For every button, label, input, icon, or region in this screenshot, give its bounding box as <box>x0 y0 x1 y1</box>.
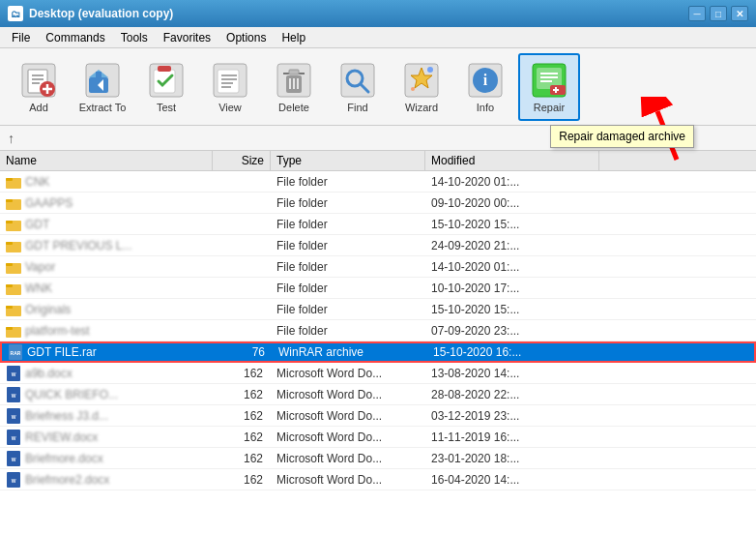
table-row[interactable]: CNK File folder 14-10-2020 01:... <box>0 171 756 193</box>
table-row[interactable]: GDT PREVIOUS L... File folder 24-09-2020… <box>0 235 756 256</box>
column-size-header[interactable]: Size <box>213 151 271 170</box>
toolbar-repair-button[interactable]: Repair Repair damaged archive <box>518 53 580 121</box>
file-name-cell: GDT PREVIOUS L... <box>0 236 213 255</box>
table-row[interactable]: W Briefmore.docx 162 Microsoft Word Do..… <box>0 448 756 469</box>
file-name-cell: GDT <box>0 215 213 234</box>
table-row[interactable]: GAAPPS File folder 09-10-2020 00:... <box>0 193 756 214</box>
file-name-cell: W REVIEW.docx <box>0 428 213 447</box>
menu-favorites[interactable]: Favorites <box>156 29 218 46</box>
file-rows-container: CNK File folder 14-10-2020 01:... GAAPPS… <box>0 171 756 490</box>
table-row[interactable]: W QUICK BRIEFO... 162 Microsoft Word Do.… <box>0 384 756 405</box>
svg-rect-60 <box>6 284 13 287</box>
file-modified-cell: 03-12-2019 23:... <box>425 407 599 425</box>
nav-up-button[interactable]: ↑ <box>8 131 15 146</box>
file-size-cell: 162 <box>213 365 271 382</box>
window-controls[interactable]: ─ □ ✕ <box>688 6 748 21</box>
info-icon: i <box>466 61 505 100</box>
file-type-cell: Microsoft Word Do... <box>271 471 425 489</box>
svg-point-35 <box>411 87 415 91</box>
column-modified-header[interactable]: Modified <box>425 151 599 170</box>
toolbar-extract-button[interactable]: Extract To <box>72 53 133 121</box>
svg-rect-50 <box>6 178 13 181</box>
table-row[interactable]: W Briefness J3.d... 162 Microsoft Word D… <box>0 405 756 427</box>
svg-text:i: i <box>483 72 488 88</box>
file-size-cell <box>213 329 271 333</box>
toolbar-add-button[interactable]: Add <box>8 53 70 121</box>
file-name-cell: W Briefmore.docx <box>0 449 213 468</box>
table-row[interactable]: W REVIEW.docx 162 Microsoft Word Do... 1… <box>0 427 756 448</box>
file-type-cell: Microsoft Word Do... <box>271 365 425 382</box>
menu-commands[interactable]: Commands <box>38 29 112 46</box>
table-row[interactable]: WNK File folder 10-10-2020 17:... <box>0 278 756 299</box>
file-modified-cell: 15-10-2020 15:... <box>425 216 599 233</box>
svg-text:W: W <box>12 478 16 484</box>
table-row[interactable]: Originals File folder 15-10-2020 15:... <box>0 299 756 320</box>
file-size-cell: 162 <box>213 407 271 425</box>
toolbar-wizard-button[interactable]: Wizard <box>391 53 452 121</box>
menu-tools[interactable]: Tools <box>113 29 156 46</box>
toolbar-view-button[interactable]: View <box>199 53 261 121</box>
file-size-cell <box>213 222 271 226</box>
svg-text:W: W <box>12 414 16 420</box>
file-size-cell <box>213 286 271 290</box>
file-size-cell <box>213 265 271 269</box>
wizard-label: Wizard <box>405 102 438 113</box>
file-modified-cell: 15-10-2020 16:... <box>427 343 601 361</box>
file-modified-cell: 28-08-2020 22:... <box>425 386 599 403</box>
file-size-cell: 162 <box>213 450 271 467</box>
file-type-icon: W <box>6 451 21 466</box>
table-row[interactable]: W Briefmore2.docx 162 Microsoft Word Do.… <box>0 469 756 490</box>
table-row[interactable]: GDT File folder 15-10-2020 15:... <box>0 214 756 235</box>
column-type-header[interactable]: Type <box>271 151 425 170</box>
repair-icon <box>530 61 568 100</box>
file-size-cell <box>213 308 271 312</box>
file-type-icon: W <box>6 387 21 402</box>
column-name-header[interactable]: Name <box>0 151 213 170</box>
menu-options[interactable]: Options <box>218 29 274 46</box>
file-modified-cell: 24-09-2020 21:... <box>425 237 599 254</box>
toolbar-delete-button[interactable]: Delete <box>263 53 325 121</box>
table-row[interactable]: platform-test File folder 07-09-2020 23:… <box>0 320 756 341</box>
svg-rect-11 <box>96 72 102 79</box>
file-size-cell: 76 <box>215 343 273 361</box>
table-row[interactable]: Vapor File folder 14-10-2020 01:... <box>0 256 756 278</box>
app-icon: 🗂 <box>8 6 23 21</box>
file-type-cell: File folder <box>271 194 425 212</box>
table-row[interactable]: W a9b.docx 162 Microsoft Word Do... 13-0… <box>0 363 756 384</box>
file-size-cell: 162 <box>213 471 271 489</box>
file-type-icon <box>6 302 21 317</box>
file-type-cell: File folder <box>271 280 425 297</box>
maximize-button[interactable]: □ <box>710 6 727 21</box>
file-name-cell: Vapor <box>0 257 213 277</box>
file-modified-cell: 10-10-2020 17:... <box>425 280 599 297</box>
file-modified-cell: 16-04-2020 14:... <box>425 471 599 489</box>
file-list-header: Name Size Type Modified <box>0 151 756 171</box>
svg-rect-62 <box>6 306 13 309</box>
toolbar-info-button[interactable]: i Info <box>454 53 516 121</box>
svg-rect-54 <box>6 221 13 223</box>
toolbar-test-button[interactable]: Test <box>135 53 197 121</box>
menu-file[interactable]: File <box>4 29 38 46</box>
file-name-cell: W Briefmore2.docx <box>0 470 213 490</box>
svg-text:W: W <box>12 371 16 377</box>
svg-rect-56 <box>6 242 13 245</box>
menu-help[interactable]: Help <box>274 29 313 46</box>
file-type-cell: File folder <box>271 216 425 233</box>
view-label: View <box>218 102 242 113</box>
file-type-icon <box>6 281 21 296</box>
titlebar: 🗂 Desktop (evaluation copy) ─ □ ✕ <box>0 0 756 27</box>
table-row[interactable]: RAR GDT FILE.rar 76 WinRAR archive 15-10… <box>0 341 756 363</box>
file-type-icon <box>6 174 21 190</box>
file-type-icon <box>6 217 21 232</box>
delete-label: Delete <box>278 102 309 113</box>
close-button[interactable]: ✕ <box>731 6 748 21</box>
file-type-icon: W <box>6 408 21 424</box>
test-icon <box>147 61 186 100</box>
file-type-icon <box>6 259 21 275</box>
minimize-button[interactable]: ─ <box>688 6 706 21</box>
toolbar-find-button[interactable]: Find <box>327 53 389 121</box>
file-name-cell: platform-test <box>0 321 213 341</box>
svg-point-34 <box>427 67 433 73</box>
file-type-cell: File folder <box>271 173 425 191</box>
menubar: File Commands Tools Favorites Options He… <box>0 27 756 48</box>
